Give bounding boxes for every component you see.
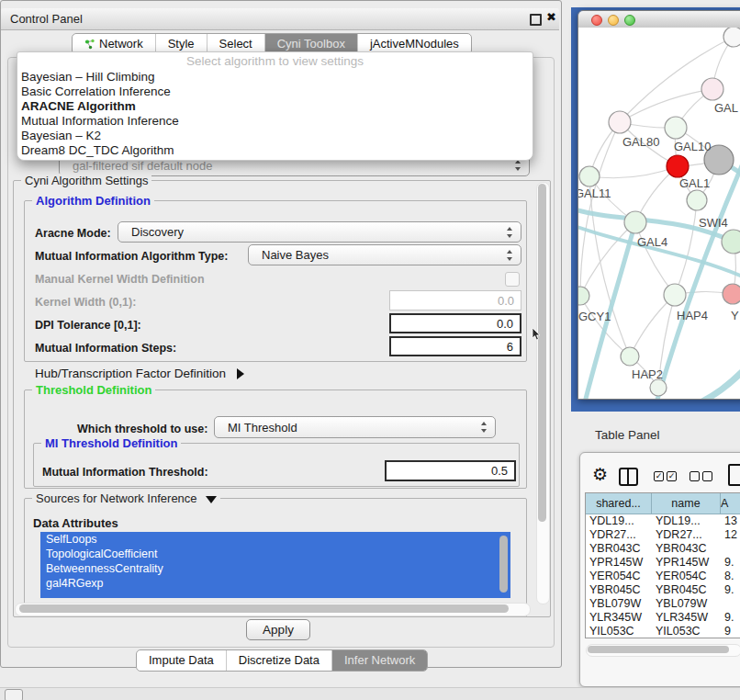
algorithm-option-bayesian-hill-climbing[interactable]: Bayesian – Hill Climbing bbox=[17, 70, 533, 85]
attribute-item-selfloops[interactable]: SelfLoops bbox=[40, 532, 510, 547]
attribute-item-topologicalcoefficient[interactable]: TopologicalCoefficient bbox=[40, 547, 510, 561]
network-node-y[interactable] bbox=[723, 284, 740, 304]
hub-definition-expander[interactable]: Hub/Transcription Factor Definition bbox=[35, 367, 244, 380]
mi-algorithm-type-value: Naive Bayes bbox=[262, 248, 329, 262]
table-body: YDL19...YDL19...13YDR27...YDR27...12YBR0… bbox=[586, 514, 740, 638]
network-node[interactable] bbox=[687, 190, 707, 210]
algorithm-option-aracne-algorithm[interactable]: ARACNE Algorithm bbox=[17, 99, 533, 114]
table-cell: YIL053C bbox=[652, 625, 721, 638]
column-header-a[interactable]: A bbox=[721, 493, 740, 514]
tab-discretize-data[interactable]: Discretize Data bbox=[226, 650, 331, 671]
table-cell: 13 bbox=[721, 514, 740, 528]
table-cell: YPR145W bbox=[652, 556, 721, 570]
table-cell bbox=[721, 542, 740, 556]
table-cell: YIL053C bbox=[586, 625, 652, 638]
select-all-checkbox-icon[interactable]: ✓ bbox=[654, 471, 664, 481]
select-all-checkbox-icon[interactable]: ✓ bbox=[667, 471, 677, 481]
table-horizontal-scrollbar-thumb[interactable] bbox=[588, 646, 729, 653]
attribute-item-betweennesscentrality[interactable]: BetweennessCentrality bbox=[40, 561, 510, 576]
network-node-gal1[interactable] bbox=[667, 155, 689, 177]
algorithm-option-dream8-dc-tdc-algorithm[interactable]: Dream8 DC_TDC Algorithm bbox=[17, 143, 533, 158]
column-header-name[interactable]: name bbox=[652, 493, 721, 514]
network-node-gal[interactable] bbox=[701, 78, 723, 100]
manual-kernel-width-checkbox[interactable] bbox=[505, 272, 520, 287]
network-node-hap2[interactable] bbox=[621, 347, 639, 366]
network-node-hap4[interactable] bbox=[664, 284, 686, 306]
deselect-all-checkbox-icon[interactable] bbox=[702, 471, 712, 481]
network-edge[interactable] bbox=[620, 89, 712, 122]
aracne-mode-combobox[interactable]: Discovery bbox=[118, 221, 521, 243]
network-node-gal11[interactable] bbox=[579, 166, 600, 186]
table-row[interactable]: YDL19...YDL19...13 bbox=[586, 514, 740, 528]
network-edge[interactable] bbox=[635, 222, 675, 295]
network-canvas[interactable]: GALGAL80GAL10GAL1GAL11SWI4GAL4GCY1HAP4YH… bbox=[578, 28, 740, 399]
network-edge[interactable] bbox=[675, 200, 697, 295]
algorithm-option-mutual-information-inference[interactable]: Mutual Information Inference bbox=[17, 114, 533, 129]
settings-horizontal-scrollbar-thumb[interactable] bbox=[19, 604, 509, 613]
network-edge[interactable] bbox=[580, 122, 620, 296]
zoom-traffic-light-icon[interactable] bbox=[624, 15, 635, 26]
network-edge-highlighted[interactable] bbox=[685, 358, 740, 399]
table-row[interactable]: YBL079WYBL079W bbox=[586, 597, 740, 611]
algorithm-option-basic-correlation-inference[interactable]: Basic Correlation Inference bbox=[17, 85, 533, 99]
network-node-gal80[interactable] bbox=[609, 111, 631, 133]
table-row[interactable]: YBR043CYBR043C bbox=[586, 542, 740, 556]
cyni-toolbox-tabbar: Impute DataDiscretize DataInfer Network bbox=[136, 649, 428, 672]
algorithm-option-bayesian-k2[interactable]: Bayesian – K2 bbox=[17, 129, 533, 143]
tab-impute-data[interactable]: Impute Data bbox=[137, 650, 226, 671]
apply-button[interactable]: Apply bbox=[246, 619, 310, 640]
network-node-gal4[interactable] bbox=[624, 211, 646, 233]
tab-infer-network[interactable]: Infer Network bbox=[331, 650, 427, 671]
table-row[interactable]: YIL053CYIL053C9 bbox=[586, 625, 740, 638]
network-node-label-gal4: GAL4 bbox=[637, 235, 667, 249]
mi-threshold-input[interactable]: 0.5 bbox=[385, 460, 516, 481]
split-table-icon[interactable] bbox=[619, 468, 638, 486]
sources-group-title[interactable]: Sources for Network Inference bbox=[32, 491, 220, 505]
close-icon[interactable]: ✖ bbox=[546, 10, 556, 24]
close-traffic-light-icon[interactable] bbox=[591, 15, 602, 26]
table-cell: YER054C bbox=[652, 570, 721, 583]
table-row[interactable]: YPR145WYPR145W9. bbox=[586, 556, 740, 570]
attribute-item-partial[interactable] bbox=[40, 591, 510, 598]
aracne-mode-label: Aracne Mode: bbox=[35, 227, 111, 240]
column-header-shared[interactable]: shared... bbox=[586, 493, 652, 514]
table-row[interactable]: YBR045CYBR045C9. bbox=[586, 583, 740, 597]
which-threshold-combobox[interactable]: MI Threshold bbox=[214, 416, 496, 438]
table-cell: YDR27... bbox=[586, 528, 652, 542]
network-node[interactable] bbox=[723, 28, 740, 47]
kernel-width-input[interactable]: 0.0 bbox=[389, 290, 521, 310]
network-node-gal10[interactable] bbox=[665, 117, 687, 139]
table-row[interactable]: YDR27...YDR27...12 bbox=[586, 528, 740, 542]
network-node-gcy1[interactable] bbox=[578, 287, 589, 305]
deselect-all-checkbox-icon[interactable] bbox=[690, 471, 700, 481]
table-row[interactable]: YLR345WYLR345W9. bbox=[586, 611, 740, 625]
algorithm-list: Bayesian – Hill ClimbingBasic Correlatio… bbox=[17, 70, 533, 159]
mi-steps-input[interactable]: 6 bbox=[389, 336, 521, 356]
network-node-label-swi4: SWI4 bbox=[699, 216, 728, 230]
network-node-swi4[interactable] bbox=[722, 230, 740, 254]
attribute-list-scrollbar-thumb[interactable] bbox=[499, 536, 508, 593]
table-cell: YBR043C bbox=[586, 542, 652, 556]
restore-panel-button[interactable] bbox=[5, 689, 23, 700]
minimize-traffic-light-icon[interactable] bbox=[608, 15, 619, 26]
table-cell: YBR045C bbox=[652, 583, 721, 597]
table-row[interactable]: YER054CYER054C8. bbox=[586, 570, 740, 583]
table-cell: 12 bbox=[721, 528, 740, 542]
network-node-label-gal80: GAL80 bbox=[622, 135, 659, 149]
dpi-tolerance-input[interactable]: 0.0 bbox=[389, 313, 521, 333]
attribute-item-gal4rgexp[interactable]: gal4RGexp bbox=[40, 576, 510, 591]
settings-vertical-scrollbar-thumb[interactable] bbox=[538, 184, 546, 522]
float-window-icon[interactable] bbox=[530, 14, 542, 26]
cyni-algorithm-settings-title: Cyni Algorithm Settings bbox=[21, 174, 151, 187]
gear-icon[interactable]: ⚙ bbox=[592, 466, 608, 483]
threshold-definition-title: Threshold Definition bbox=[32, 383, 155, 397]
network-node[interactable] bbox=[650, 379, 667, 396]
document-icon[interactable] bbox=[728, 464, 740, 486]
mi-algorithm-type-combobox[interactable]: Naive Bayes bbox=[248, 244, 521, 265]
network-window-titlebar[interactable] bbox=[578, 11, 740, 28]
sources-title-text: Sources for Network Inference bbox=[36, 491, 197, 505]
data-attributes-list: SelfLoopsTopologicalCoefficientBetweenne… bbox=[40, 532, 510, 598]
network-edge[interactable] bbox=[589, 166, 678, 178]
table-header-row: shared...nameA bbox=[586, 493, 740, 514]
kernel-width-value: 0.0 bbox=[498, 294, 514, 308]
